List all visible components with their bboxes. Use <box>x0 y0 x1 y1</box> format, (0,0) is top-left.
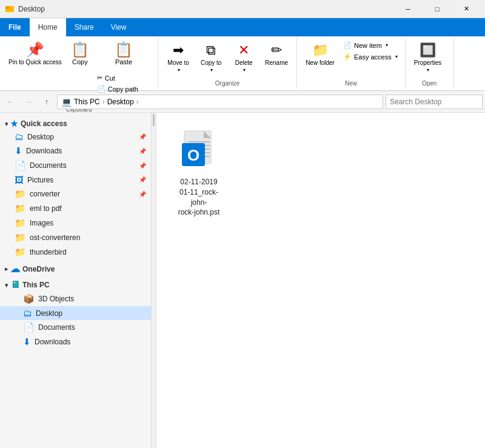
address-this-pc: This PC <box>74 98 100 106</box>
ribbon-group-clipboard: 📌 Pin to Quick access 📋 Copy 📋 Paste ✂ C… <box>0 38 158 89</box>
onedrive-header[interactable]: ▸ ☁ OneDrive <box>0 259 151 276</box>
properties-icon: 🔲 <box>420 42 436 58</box>
copy-button[interactable]: 📋 Copy <box>67 40 93 68</box>
ribbon-group-new: 📁 New folder 📄 New item ▾ ⚡ Easy access … <box>297 38 406 89</box>
maximize-button[interactable]: □ <box>423 0 451 18</box>
new-folder-button[interactable]: 📁 New folder <box>302 40 338 69</box>
tab-share[interactable]: Share <box>66 18 102 36</box>
open-content: 🔲 Properties ▾ <box>410 40 449 79</box>
sidebar-item-documents[interactable]: 📄 Documents 📌 <box>0 158 151 173</box>
sidebar-item-thunderbird[interactable]: 📁 thunderbird <box>0 245 151 259</box>
copy-to-label: Copy to <box>201 59 221 66</box>
organize-label: Organize <box>163 79 292 88</box>
new-content: 📁 New folder 📄 New item ▾ ⚡ Easy access … <box>302 40 400 79</box>
file-item-pst[interactable]: O 02-11-201901-11_rock-john-rock-john.ps… <box>169 125 229 222</box>
quick-access-arrow: ▾ <box>5 121 8 127</box>
titlebar: Desktop ─ □ ✕ <box>0 0 485 18</box>
sidebar-item-pictures[interactable]: 🖼 Pictures 📌 <box>0 173 151 187</box>
downloads-icon: ⬇ <box>15 145 22 156</box>
search-input[interactable] <box>386 95 483 109</box>
sidebar-item-converter[interactable]: 📁 converter 📌 <box>0 187 151 201</box>
delete-label: Delete <box>235 59 253 66</box>
sidebar-pictures-label: Pictures <box>27 176 53 184</box>
paste-button[interactable]: 📋 Paste <box>110 40 137 72</box>
sidebar-item-eml-to-pdf[interactable]: 📁 eml to pdf <box>0 201 151 216</box>
organize-content: ➡ Move to ▾ ⧉ Copy to ▾ ✕ Delete ▾ ✏ Ren… <box>163 40 292 79</box>
content-area: O 02-11-201901-11_rock-john-rock-john.ps… <box>156 113 485 448</box>
this-pc-label: This PC <box>22 281 50 289</box>
rename-button[interactable]: ✏ Rename <box>261 40 292 69</box>
copy-icon: 📋 <box>71 42 89 57</box>
sidebar: ▾ ★ Quick access 🗂 Desktop 📌 ⬇ Downloads… <box>0 113 152 448</box>
this-pc-arrow: ▾ <box>5 282 8 289</box>
back-button[interactable]: ← <box>2 94 18 110</box>
tab-home[interactable]: Home <box>30 18 66 36</box>
move-to-icon: ➡ <box>173 42 184 58</box>
ribbon-group-organize: ➡ Move to ▾ ⧉ Copy to ▾ ✕ Delete ▾ ✏ Ren… <box>158 38 297 89</box>
sidebar-item-downloads[interactable]: ⬇ Downloads 📌 <box>0 144 151 158</box>
sidebar-scrollbar[interactable] <box>152 113 156 448</box>
copy-to-button[interactable]: ⧉ Copy to ▾ <box>196 40 226 75</box>
close-button[interactable]: ✕ <box>452 0 480 18</box>
properties-button[interactable]: 🔲 Properties ▾ <box>410 40 446 75</box>
sidebar-ost-label: ost-converteren <box>30 233 80 242</box>
sidebar-converter-label: converter <box>30 190 60 198</box>
tab-view[interactable]: View <box>102 18 135 36</box>
pst-file-icon: O <box>179 130 218 173</box>
pin-to-quick-access-button[interactable]: 📌 Pin to Quick access <box>5 40 65 69</box>
cut-label: Cut <box>105 75 115 82</box>
sidebar-item-images[interactable]: 📁 Images <box>0 216 151 230</box>
quick-access-star: ★ <box>10 119 18 129</box>
3d-icon: 📦 <box>23 293 35 304</box>
move-to-button[interactable]: ➡ Move to ▾ <box>163 40 193 75</box>
scissors-icon: ✂ <box>97 74 102 82</box>
minimize-button[interactable]: ─ <box>394 0 422 18</box>
quick-access-label: Quick access <box>21 119 67 128</box>
sidebar-downloads-pc-label: Downloads <box>35 338 70 346</box>
pin-indicator-5: 📌 <box>139 191 146 198</box>
sidebar-item-documents-pc[interactable]: 📄 Documents <box>0 320 151 335</box>
delete-button[interactable]: ✕ Delete ▾ <box>229 40 259 75</box>
copy-path-icon: 📄 <box>97 85 105 93</box>
sidebar-item-ost[interactable]: 📁 ost-converteren <box>0 230 151 245</box>
easy-access-icon: ⚡ <box>343 53 352 61</box>
desktop-pc-icon: 🗂 <box>23 308 32 318</box>
cut-button[interactable]: ✂ Cut <box>95 73 153 83</box>
copy-to-arrow: ▾ <box>210 67 213 73</box>
forward-button[interactable]: → <box>21 94 36 110</box>
documents-pc-icon: 📄 <box>23 322 35 333</box>
sidebar-desktop-label: Desktop <box>27 133 54 141</box>
titlebar-icon <box>5 4 15 14</box>
copy-path-button[interactable]: 📄 Copy path <box>95 84 153 94</box>
sidebar-desktop-pc-label: Desktop <box>36 309 62 318</box>
this-pc-header[interactable]: ▾ 🖥 This PC <box>0 276 151 292</box>
new-item-button[interactable]: 📄 New item ▾ <box>341 40 400 50</box>
move-to-label: Move to <box>167 59 189 66</box>
thunderbird-icon: 📁 <box>15 247 26 258</box>
up-button[interactable]: ↑ <box>39 94 55 110</box>
svg-text:O: O <box>187 146 199 164</box>
address-sep2: › <box>136 98 139 106</box>
main-area: ▾ ★ Quick access 🗂 Desktop 📌 ⬇ Downloads… <box>0 113 485 448</box>
sidebar-images-label: Images <box>30 219 53 227</box>
onedrive-icon: ☁ <box>10 263 20 275</box>
easy-access-button[interactable]: ⚡ Easy access ▾ <box>341 52 400 62</box>
sidebar-item-downloads-pc[interactable]: ⬇ Downloads <box>0 335 151 349</box>
pin-label: Pin to Quick access <box>8 58 62 66</box>
sidebar-thunderbird-label: thunderbird <box>30 248 67 256</box>
copy-to-icon: ⧉ <box>206 42 216 58</box>
copy-path-label: Copy path <box>108 85 138 93</box>
converter-icon: 📁 <box>15 189 26 199</box>
delete-icon: ✕ <box>238 42 249 58</box>
properties-label: Properties <box>414 59 442 66</box>
sidebar-item-desktop-pc[interactable]: 🗂 Desktop <box>0 306 151 320</box>
desktop-icon: 🗂 <box>15 132 24 142</box>
quick-access-header[interactable]: ▾ ★ Quick access <box>0 115 151 130</box>
copy-label: Copy <box>72 58 88 65</box>
tab-file[interactable]: File <box>0 18 30 36</box>
address-box[interactable]: 💻 This PC › Desktop › <box>57 95 383 109</box>
sidebar-item-desktop[interactable]: 🗂 Desktop 📌 <box>0 130 151 144</box>
sidebar-item-3d-objects[interactable]: 📦 3D Objects <box>0 292 151 306</box>
eml-icon: 📁 <box>15 203 26 214</box>
address-sep1: › <box>102 98 105 106</box>
